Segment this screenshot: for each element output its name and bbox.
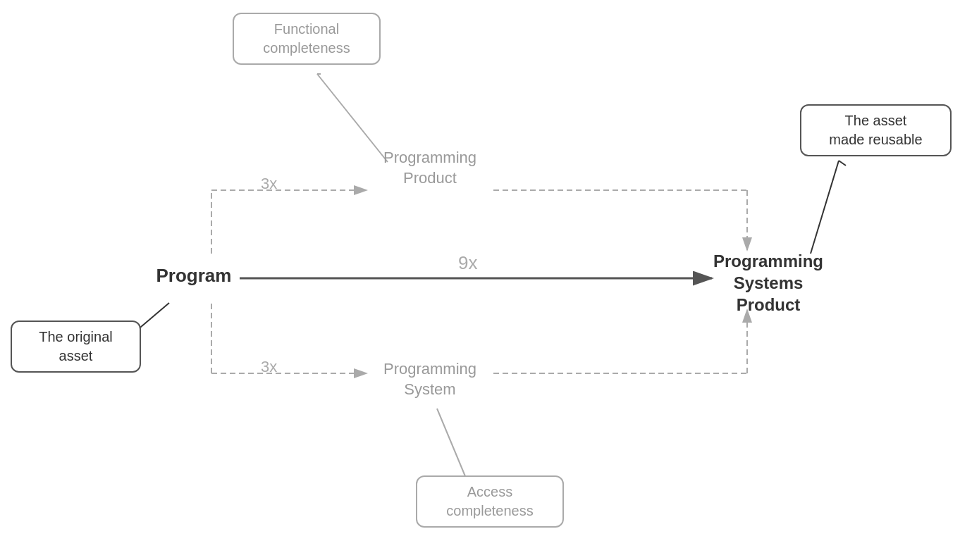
original-asset-bubble: The originalasset [11, 321, 141, 373]
svg-line-11 [317, 74, 388, 162]
svg-line-17 [839, 161, 846, 166]
center-9x-label: 9x [458, 252, 477, 274]
functional-completeness-bubble: Functionalcompleteness [233, 13, 381, 65]
top-3x-label: 3x [261, 175, 277, 193]
access-completeness-bubble: Accesscompleteness [416, 475, 564, 528]
svg-line-16 [811, 161, 839, 254]
bottom-3x-label: 3x [261, 358, 277, 376]
diagram-container: Program ProgrammingProduct ProgrammingSy… [0, 0, 960, 560]
svg-line-13 [437, 409, 465, 476]
asset-made-reusable-bubble: The assetmade reusable [800, 104, 952, 156]
